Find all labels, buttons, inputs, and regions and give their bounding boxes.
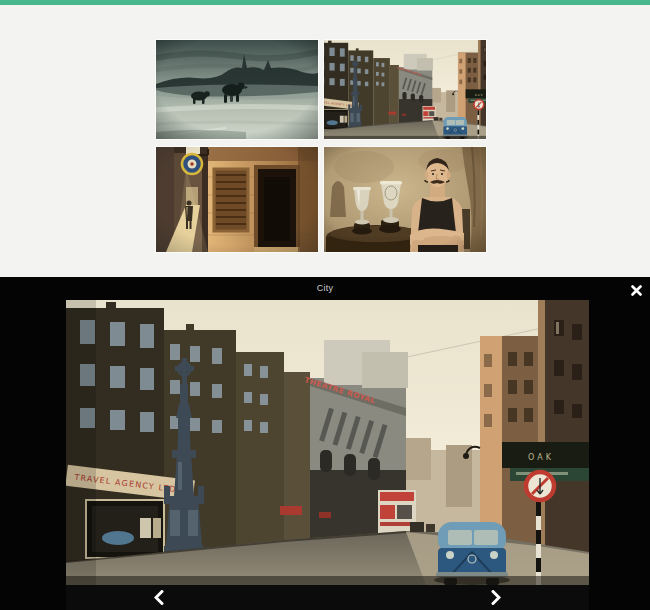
prev-button[interactable] xyxy=(146,585,172,610)
thumbnail-gallery xyxy=(156,40,486,252)
lightbox-image[interactable] xyxy=(66,300,589,585)
close-button[interactable] xyxy=(627,282,646,299)
lightbox-overlay: City xyxy=(0,277,650,610)
lightbox-image-container xyxy=(66,300,589,585)
chevron-left-icon xyxy=(154,590,164,605)
alley-image xyxy=(156,147,318,252)
polar-bears-image xyxy=(156,40,318,139)
gallery-thumbnail-alley[interactable] xyxy=(156,147,318,252)
lightbox-nav-bar xyxy=(66,585,589,610)
close-icon xyxy=(631,285,642,296)
gallery-thumbnail-strongman[interactable] xyxy=(324,147,486,252)
chevron-right-icon xyxy=(491,590,501,605)
gallery-thumbnail-city-street[interactable] xyxy=(324,40,486,139)
top-accent-bar xyxy=(0,0,650,5)
lightbox-caption: City xyxy=(0,283,650,293)
strongman-image xyxy=(324,147,486,252)
gallery-thumbnail-polar-bears[interactable] xyxy=(156,40,318,139)
next-button[interactable] xyxy=(483,585,509,610)
city-street-image xyxy=(324,40,486,139)
